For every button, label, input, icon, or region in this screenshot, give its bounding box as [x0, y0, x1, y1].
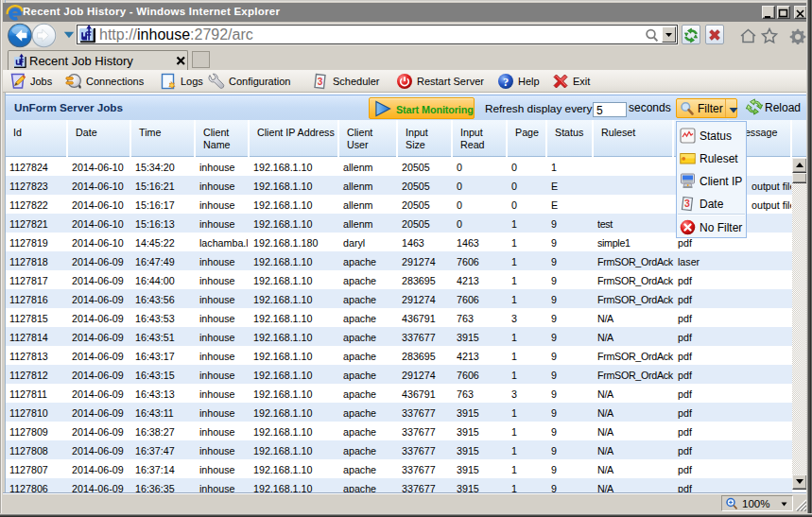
svg-text:?: ?	[503, 76, 509, 89]
svg-text:3: 3	[684, 198, 690, 209]
svg-text:3: 3	[318, 77, 323, 87]
